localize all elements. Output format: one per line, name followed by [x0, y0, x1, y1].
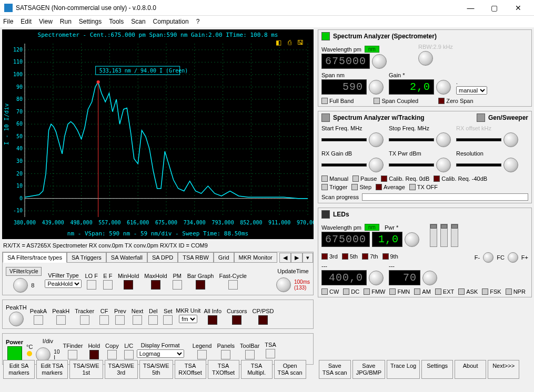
- edit-tsa-markers-button[interactable]: Edit TSAmarkers: [36, 360, 68, 379]
- stopfreq-knob[interactable]: [436, 132, 451, 147]
- span-knob[interactable]: [369, 80, 384, 95]
- fast-cycle-button[interactable]: [228, 280, 238, 290]
- am-check[interactable]: [414, 288, 420, 295]
- tab-mkr-monitor[interactable]: MKR Monitor: [234, 252, 277, 263]
- plot-canvas[interactable]: -100102030405060708090100110120380,00043…: [2, 38, 314, 238]
- menu-settings[interactable]: Settings: [79, 18, 102, 25]
- open-tsa-scan-button[interactable]: OpenTSA scan: [274, 360, 306, 379]
- tsa-rxoffset-button[interactable]: TSARXOffset: [175, 360, 206, 379]
- slider-3[interactable]: [451, 224, 458, 247]
- tab-sa-triggers[interactable]: SA Triggers: [67, 252, 106, 263]
- tab-sa-waterfall[interactable]: SA Waterfall: [106, 252, 147, 263]
- spancoupled-check[interactable]: [374, 98, 380, 104]
- prev-button[interactable]: [115, 315, 125, 325]
- rbw-knob[interactable]: [418, 51, 433, 66]
- mode-select[interactable]: manual: [456, 86, 487, 95]
- cursors-button[interactable]: [232, 315, 241, 325]
- rxgain-knob[interactable]: [369, 158, 384, 172]
- maxhold-button[interactable]: [151, 280, 160, 290]
- txpwr-display[interactable]: [389, 163, 434, 167]
- fullband-check[interactable]: [321, 98, 328, 104]
- minhold-button[interactable]: [124, 280, 133, 290]
- rxoffset-knob[interactable]: [503, 132, 518, 147]
- calib-req-40db-check[interactable]: [434, 176, 440, 182]
- resolution-knob[interactable]: [503, 158, 518, 172]
- all-info-button[interactable]: [208, 315, 217, 325]
- led-pwr-display[interactable]: 1,0: [372, 232, 402, 247]
- stopfreq-display[interactable]: [389, 138, 434, 141]
- tab-grid[interactable]: Grid: [214, 252, 234, 263]
- plot-toolbar-icons[interactable]: ◧ ⎙ 🖫: [276, 39, 306, 46]
- led-val2-display[interactable]: 70: [389, 270, 420, 285]
- led-wavelength-display[interactable]: 675000: [321, 232, 370, 247]
- tx-off-check[interactable]: [409, 184, 416, 190]
- 7th-check[interactable]: [362, 253, 368, 260]
- average-check[interactable]: [376, 184, 382, 190]
- tab-sa-dpd[interactable]: SA DPD: [147, 252, 178, 263]
- tsa-txoffset-button[interactable]: TSATXOffset: [208, 360, 239, 379]
- fminus-knob[interactable]: [483, 252, 493, 263]
- save-jpg-bmp-button[interactable]: SaveJPG/BMP: [352, 360, 385, 379]
- 9th-check[interactable]: [382, 253, 389, 260]
- startfreq-knob[interactable]: [369, 132, 384, 147]
- tab-nav[interactable]: ▾: [303, 253, 313, 263]
- menu-run[interactable]: Run: [60, 18, 72, 25]
- pm-button[interactable]: [173, 280, 182, 290]
- rxoffset-display[interactable]: [456, 138, 501, 141]
- span-display[interactable]: 590: [321, 79, 367, 95]
- fsk-check[interactable]: [482, 288, 488, 295]
- edit-sa-markers-button[interactable]: Edit SAmarkers: [3, 360, 35, 379]
- about-button[interactable]: About: [455, 360, 486, 379]
- 3rd-check[interactable]: [321, 253, 328, 260]
- led-pwr-knob[interactable]: [405, 232, 419, 247]
- spectrum-plot[interactable]: Spectrometer - Cent.:675.000 pm Span:590…: [2, 29, 314, 239]
- led-val2-knob[interactable]: [422, 271, 437, 285]
- npr-check[interactable]: [506, 288, 512, 295]
- cf-button[interactable]: [99, 315, 109, 325]
- menu-view[interactable]: View: [39, 18, 53, 25]
- gain-display[interactable]: 2,0: [389, 79, 434, 95]
- slider-1[interactable]: [430, 224, 437, 247]
- fmn-check[interactable]: [389, 288, 396, 295]
- close-button[interactable]: ✕: [506, 1, 530, 15]
- slider-2[interactable]: [440, 224, 448, 247]
- menu-edit[interactable]: Edit: [21, 18, 32, 25]
- tracker-button[interactable]: [80, 315, 89, 325]
- resolution-display[interactable]: [456, 163, 501, 167]
- wavelength-knob[interactable]: [372, 54, 387, 69]
- vfilter-type-select[interactable]: PeakHold: [45, 280, 82, 288]
- fc-knob[interactable]: [508, 252, 518, 263]
- tab-nav[interactable]: ◀: [279, 253, 291, 263]
- vfilter-cycle-button[interactable]: VFilter/cycle: [6, 267, 42, 276]
- peakth-knob[interactable]: [9, 312, 24, 326]
- next-button[interactable]: [133, 315, 142, 325]
- zerospan-check[interactable]: [438, 98, 445, 104]
- trace-log-button[interactable]: Trace Log: [387, 360, 420, 379]
- manual-check[interactable]: [321, 176, 328, 182]
- lo-f-button[interactable]: [87, 280, 96, 290]
- tsa-swe-5th-button[interactable]: TSA/SWE5th: [139, 360, 173, 379]
- del-button[interactable]: [148, 315, 158, 325]
- ask-check[interactable]: [458, 288, 465, 295]
- e-f-button[interactable]: [103, 280, 113, 290]
- led-val1-knob[interactable]: [369, 271, 384, 285]
- tab-tsa-rbw[interactable]: TSA RBW: [178, 252, 214, 263]
- 5th-check[interactable]: [342, 253, 348, 260]
- pause-check[interactable]: [352, 176, 359, 182]
- ext-check[interactable]: [435, 288, 441, 295]
- save-tsa-scan-button[interactable]: SaveTSA scan: [319, 360, 351, 379]
- rxgain-display[interactable]: [321, 163, 367, 167]
- tab-nav[interactable]: ▶: [291, 253, 303, 263]
- menu-computation[interactable]: Computation: [153, 18, 189, 25]
- calib-req-0db-check[interactable]: [381, 176, 387, 182]
- peaka-button[interactable]: [34, 315, 43, 325]
- dc-check[interactable]: [343, 288, 349, 295]
- next--button[interactable]: Next>>>: [488, 360, 519, 379]
- settings-button[interactable]: Settings: [421, 360, 453, 379]
- menu-?[interactable]: ?: [196, 18, 200, 25]
- startfreq-display[interactable]: [321, 138, 367, 141]
- txpwr-knob[interactable]: [436, 158, 451, 172]
- tsa-swe-1st-button[interactable]: TSA/SWE1st: [69, 360, 103, 379]
- trigger-check[interactable]: [321, 184, 328, 190]
- tsa-swe-3rd-button[interactable]: TSA/SWE3rd: [105, 360, 138, 379]
